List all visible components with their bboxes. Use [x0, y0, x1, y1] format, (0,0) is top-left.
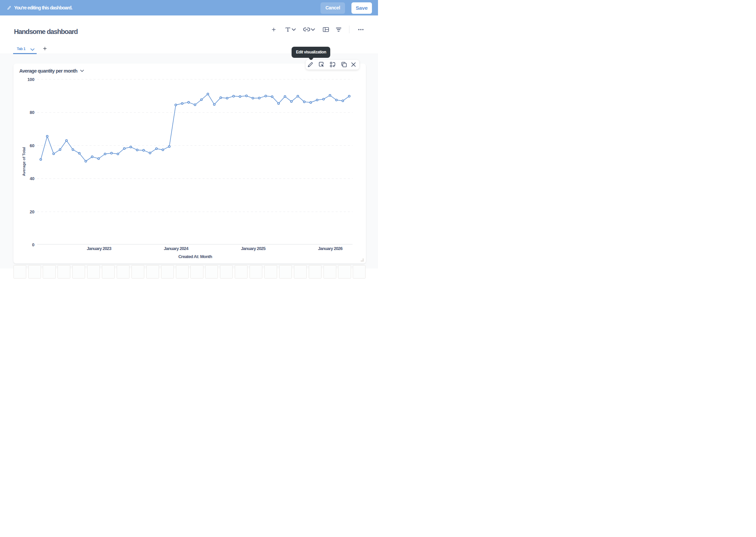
svg-text:January 2025: January 2025 — [241, 246, 265, 251]
svg-text:100: 100 — [27, 77, 34, 82]
svg-text:January 2023: January 2023 — [87, 246, 111, 251]
svg-text:40: 40 — [30, 176, 34, 181]
svg-text:80: 80 — [30, 110, 34, 115]
svg-text:20: 20 — [30, 209, 34, 214]
svg-text:Average of Total: Average of Total — [22, 147, 26, 176]
svg-text:Created At: Month: Created At: Month — [178, 254, 212, 259]
svg-text:0: 0 — [32, 242, 34, 247]
svg-text:60: 60 — [30, 143, 34, 148]
svg-text:January 2026: January 2026 — [318, 246, 342, 251]
svg-text:January 2024: January 2024 — [164, 246, 189, 251]
